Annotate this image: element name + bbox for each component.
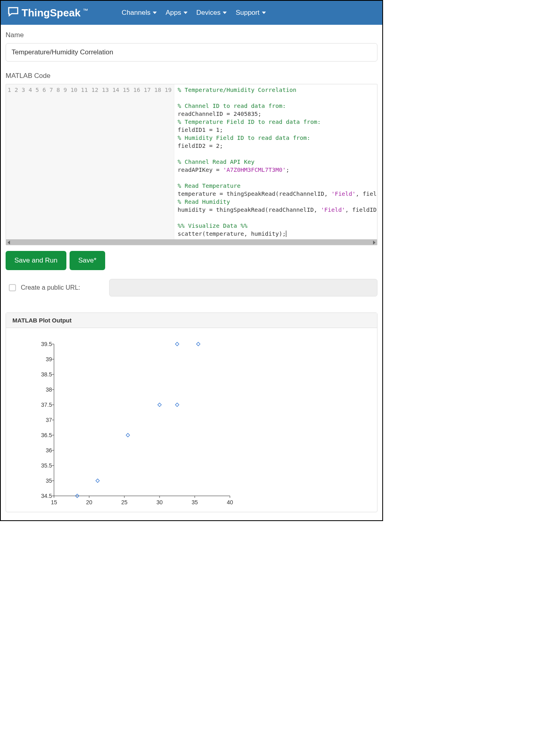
chevron-down-icon (262, 12, 266, 14)
scatter-chart: 34.53535.53636.53737.53838.53939.5152025… (14, 340, 238, 508)
line-gutter: 1 2 3 4 5 6 7 8 9 10 11 12 13 14 15 16 1… (6, 84, 174, 239)
brand-name: ThingSpeak (22, 7, 80, 19)
nav-label: Channels (122, 9, 150, 17)
nav-label: Support (236, 9, 260, 17)
plot-panel: MATLAB Plot Output 34.53535.53636.53737.… (6, 312, 377, 512)
public-url-field (109, 279, 377, 296)
chevron-down-icon (184, 12, 188, 14)
code-editor[interactable]: 1 2 3 4 5 6 7 8 9 10 11 12 13 14 15 16 1… (6, 84, 377, 245)
nav-label: Apps (166, 9, 181, 17)
public-url-label: Create a public URL: (21, 284, 80, 291)
save-button[interactable]: Save* (70, 251, 105, 270)
name-label: Name (6, 31, 377, 39)
public-url-checkbox[interactable] (9, 284, 16, 291)
navbar: ThingSpeak™ Channels Apps Devices Suppor… (1, 1, 382, 25)
save-and-run-button[interactable]: Save and Run (6, 251, 66, 270)
nav-label: Devices (196, 9, 220, 17)
chevron-down-icon (153, 12, 157, 14)
horizontal-scrollbar[interactable] (6, 239, 377, 245)
nav-apps[interactable]: Apps (166, 9, 188, 17)
speech-bubble-icon (7, 6, 19, 20)
trademark-symbol: ™ (83, 8, 88, 14)
name-input[interactable] (6, 43, 377, 62)
nav-channels[interactable]: Channels (122, 9, 157, 17)
nav-items: Channels Apps Devices Support (122, 9, 266, 17)
code-label: MATLAB Code (6, 72, 377, 80)
brand-logo[interactable]: ThingSpeak™ (7, 6, 88, 20)
nav-devices[interactable]: Devices (196, 9, 227, 17)
code-area[interactable]: % Temperature/Humidity Correlation % Cha… (174, 84, 377, 239)
plot-panel-title: MATLAB Plot Output (6, 313, 377, 328)
nav-support[interactable]: Support (236, 9, 266, 17)
chevron-down-icon (223, 12, 227, 14)
